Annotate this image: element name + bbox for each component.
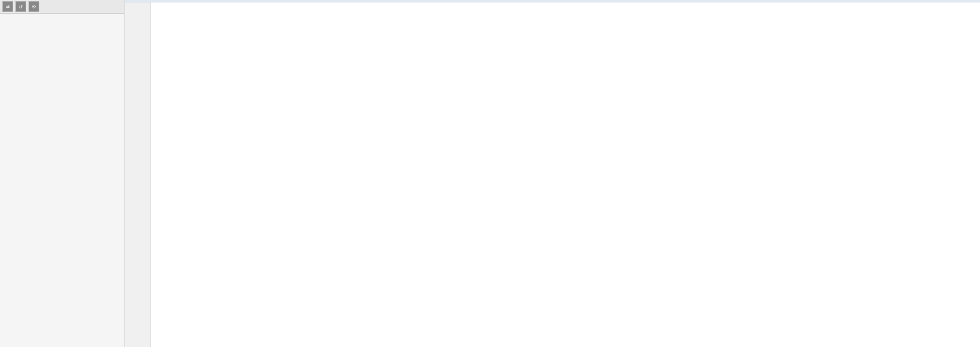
code-content — [125, 2, 980, 347]
file-list — [0, 14, 124, 347]
file-sidebar: ⇄ ↺ ⊙ — [0, 0, 125, 347]
line-numbers — [125, 2, 151, 347]
code-editor — [125, 0, 980, 347]
info-icon[interactable]: ⊙ — [29, 1, 39, 12]
refresh-icon[interactable]: ↺ — [15, 1, 26, 12]
code-lines — [151, 2, 980, 347]
sidebar-toolbar: ⇄ ↺ ⊙ — [0, 0, 124, 14]
move-icon[interactable]: ⇄ — [2, 1, 13, 12]
